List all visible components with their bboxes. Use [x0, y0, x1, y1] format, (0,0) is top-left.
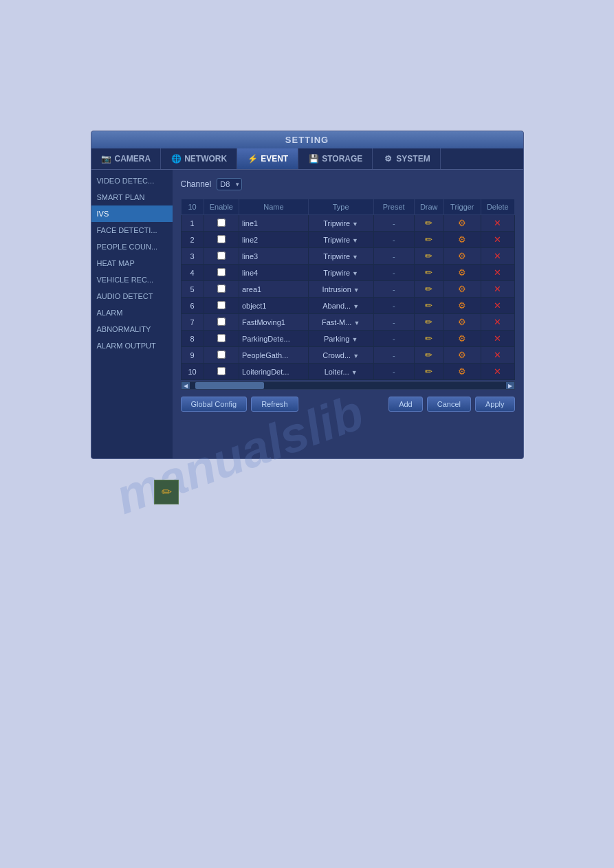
tab-camera[interactable]: 📷 CAMERA: [91, 148, 162, 169]
refresh-button[interactable]: Refresh: [251, 397, 298, 412]
enable-checkbox[interactable]: [217, 301, 226, 309]
type-dropdown-icon[interactable]: ▼: [351, 369, 358, 376]
cell-draw[interactable]: ✏: [414, 314, 443, 331]
cell-enable[interactable]: [204, 215, 239, 232]
tab-event[interactable]: ⚡ EVENT: [237, 148, 298, 169]
type-dropdown-icon[interactable]: ▼: [353, 287, 360, 293]
table-row: 9 PeopleGath... Crowd... ▼ - ✏ ⚙ ✕: [181, 347, 514, 364]
horizontal-scrollbar[interactable]: ◀ ▶: [181, 381, 515, 390]
enable-checkbox[interactable]: [217, 334, 226, 342]
scrollbar-thumb[interactable]: [195, 382, 264, 389]
type-dropdown-icon[interactable]: ▼: [351, 336, 358, 343]
cell-enable[interactable]: [204, 364, 239, 380]
cell-draw[interactable]: ✏: [414, 265, 443, 281]
cell-enable[interactable]: [204, 281, 239, 298]
cell-preset: -: [373, 265, 414, 281]
cell-trigger[interactable]: ⚙: [443, 215, 481, 232]
col-header-name: Name: [239, 199, 308, 215]
type-dropdown-icon[interactable]: ▼: [352, 254, 358, 260]
ivs-table: 10 Enable Name Type Preset Draw Trigger …: [181, 199, 515, 380]
cell-enable[interactable]: [204, 347, 239, 364]
cell-draw[interactable]: ✏: [414, 232, 443, 248]
cell-trigger[interactable]: ⚙: [443, 248, 481, 265]
cancel-button[interactable]: Cancel: [427, 397, 471, 412]
sidebar-item-video-detect[interactable]: VIDEO DETEC...: [91, 173, 173, 189]
enable-checkbox[interactable]: [217, 367, 226, 375]
cell-enable[interactable]: [204, 248, 239, 265]
cell-draw[interactable]: ✏: [414, 364, 443, 380]
global-config-button[interactable]: Global Config: [181, 397, 248, 412]
tab-network[interactable]: 🌐 NETWORK: [161, 148, 237, 169]
bottom-actions: Global Config Refresh Add Cancel Apply: [181, 390, 515, 414]
type-dropdown-icon[interactable]: ▼: [353, 353, 359, 359]
sidebar-item-vehicle-rec[interactable]: VEHICLE REC...: [91, 271, 173, 288]
scroll-right-button[interactable]: ▶: [506, 381, 514, 390]
cell-delete[interactable]: ✕: [481, 331, 514, 347]
cell-draw[interactable]: ✏: [414, 215, 443, 232]
cell-delete[interactable]: ✕: [481, 232, 514, 248]
sidebar-item-face-detect[interactable]: FACE DETECTI...: [91, 222, 173, 238]
cell-trigger[interactable]: ⚙: [443, 364, 481, 380]
sidebar-item-ivs[interactable]: IVS: [91, 205, 173, 222]
type-dropdown-icon[interactable]: ▼: [352, 237, 358, 244]
enable-checkbox[interactable]: [217, 268, 226, 276]
cell-draw[interactable]: ✏: [414, 248, 443, 265]
add-button[interactable]: Add: [388, 397, 423, 412]
cell-num: 4: [181, 265, 204, 281]
cell-delete[interactable]: ✕: [481, 248, 514, 265]
cell-delete[interactable]: ✕: [481, 364, 514, 380]
sidebar-item-smart-plan[interactable]: SMART PLAN: [91, 189, 173, 205]
channel-select[interactable]: D8 D1D2D3 D4D5D6D7: [217, 178, 242, 190]
sidebar-item-audio-detect[interactable]: AUDIO DETECT: [91, 288, 173, 304]
sidebar-item-abnormality[interactable]: ABNORMALITY: [91, 321, 173, 337]
enable-checkbox[interactable]: [217, 350, 226, 359]
type-dropdown-icon[interactable]: ▼: [352, 221, 358, 227]
sidebar-item-heat-map[interactable]: HEAT MAP: [91, 255, 173, 271]
cell-draw[interactable]: ✏: [414, 281, 443, 298]
cell-delete[interactable]: ✕: [481, 281, 514, 298]
cell-draw[interactable]: ✏: [414, 298, 443, 314]
cell-trigger[interactable]: ⚙: [443, 265, 481, 281]
cell-enable[interactable]: [204, 232, 239, 248]
cell-enable[interactable]: [204, 298, 239, 314]
type-dropdown-icon[interactable]: ▼: [353, 320, 360, 326]
enable-checkbox[interactable]: [217, 219, 226, 227]
cell-type: Intrusion ▼: [308, 281, 373, 298]
cell-delete[interactable]: ✕: [481, 265, 514, 281]
cell-delete[interactable]: ✕: [481, 215, 514, 232]
type-label: Loiter...: [325, 368, 349, 376]
cell-draw[interactable]: ✏: [414, 347, 443, 364]
cell-draw[interactable]: ✏: [414, 331, 443, 347]
edit-icon-display: ✏: [154, 480, 179, 504]
tab-storage[interactable]: 💾 STORAGE: [298, 148, 373, 169]
cell-delete[interactable]: ✕: [481, 314, 514, 331]
type-dropdown-icon[interactable]: ▼: [353, 303, 359, 310]
sidebar-item-people-count[interactable]: PEOPLE COUN...: [91, 238, 173, 255]
cell-name: object1: [239, 298, 308, 314]
cell-trigger[interactable]: ⚙: [443, 347, 481, 364]
type-dropdown-icon[interactable]: ▼: [352, 270, 358, 277]
enable-checkbox[interactable]: [217, 252, 226, 260]
apply-button[interactable]: Apply: [475, 397, 515, 412]
cell-delete[interactable]: ✕: [481, 347, 514, 364]
sidebar-item-alarm-output[interactable]: ALARM OUTPUT: [91, 337, 173, 354]
cell-trigger[interactable]: ⚙: [443, 232, 481, 248]
enable-checkbox[interactable]: [217, 235, 226, 243]
cell-name: PeopleGath...: [239, 347, 308, 364]
sidebar-item-alarm[interactable]: ALARM: [91, 304, 173, 321]
enable-checkbox[interactable]: [217, 318, 226, 326]
cell-delete[interactable]: ✕: [481, 298, 514, 314]
cell-trigger[interactable]: ⚙: [443, 314, 481, 331]
cell-enable[interactable]: [204, 331, 239, 347]
scroll-left-button[interactable]: ◀: [182, 381, 190, 390]
type-label: Tripwire: [323, 269, 350, 277]
cell-enable[interactable]: [204, 265, 239, 281]
enable-checkbox[interactable]: [217, 285, 226, 293]
cell-trigger[interactable]: ⚙: [443, 281, 481, 298]
tab-system[interactable]: ⚙ SYSTEM: [373, 148, 440, 169]
cell-type: Loiter... ▼: [308, 364, 373, 380]
cell-trigger[interactable]: ⚙: [443, 331, 481, 347]
cell-trigger[interactable]: ⚙: [443, 298, 481, 314]
cell-enable[interactable]: [204, 314, 239, 331]
col-header-type: Type: [308, 199, 373, 215]
